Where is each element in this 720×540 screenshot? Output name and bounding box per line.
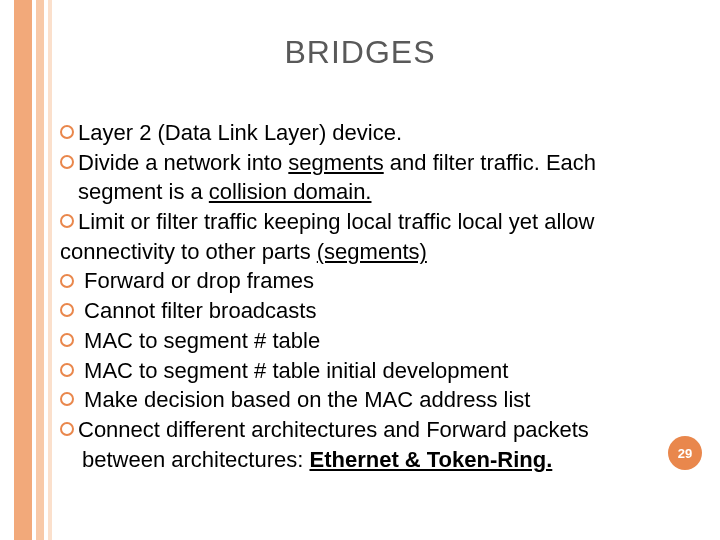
text: between architectures: [82,447,309,472]
text: Divide [78,150,139,175]
bullet-icon [60,214,74,228]
text-underline: collision domain. [209,179,372,204]
bullet-icon [60,155,74,169]
bullet-line-1: Layer 2 (Data Link Layer) device. [60,118,684,148]
text: or filter traffic keeping local traffic … [124,209,594,234]
bullet-line-7: MAC to segment # table initial developme… [60,356,684,386]
text: MAC to segment # table [78,328,320,353]
bullet-line-8: Make decision based on the MAC address l… [60,385,684,415]
text-underline: (segments) [317,239,427,264]
bullet-icon [60,333,74,347]
bullet-line-9: Connect different architectures and Forw… [60,415,684,445]
bullet-line-2: Divide a network into segments and filte… [60,148,684,178]
text: segment is a [78,179,209,204]
text-underline: segments [288,150,383,175]
text-bold-underline: Ethernet & Token-Ring. [309,447,552,472]
bullet-line-4: Forward or drop frames [60,266,684,296]
text: Cannot filter broadcasts [78,298,316,323]
wrap-line: between architectures: Ethernet & Token-… [82,445,684,475]
slide-title: BRIDGES [0,34,720,71]
text: Forward or drop frames [78,268,314,293]
bullet-line-3: Limit or filter traffic keeping local tr… [60,207,684,237]
text: MAC to segment # table initial developme… [78,358,508,383]
bullet-line-5: Cannot filter broadcasts [60,296,684,326]
text: and filter traffic. Each [384,150,596,175]
accent-bar-2 [36,0,44,540]
bullet-icon [60,303,74,317]
bullet-icon [60,422,74,436]
page-number-badge: 29 [668,436,702,470]
wrap-line: segment is a collision domain. [78,177,684,207]
text: Limit [78,209,124,234]
accent-bar-3 [48,0,52,540]
text: a network into [139,150,288,175]
slide: BRIDGES Layer 2 (Data Link Layer) device… [0,0,720,540]
text: Connect [78,417,160,442]
bullet-icon [60,125,74,139]
bullet-icon [60,392,74,406]
accent-bar-1 [14,0,32,540]
bullet-icon [60,363,74,377]
bullet-icon [60,274,74,288]
text: connectivity to other parts [60,239,317,264]
text: Make decision based on the MAC address l… [78,387,530,412]
text: 2 (Data Link Layer) device. [133,120,402,145]
wrap-line: connectivity to other parts (segments) [60,237,684,267]
text: Layer [78,120,133,145]
bullet-line-6: MAC to segment # table [60,326,684,356]
slide-body: Layer 2 (Data Link Layer) device. Divide… [60,118,684,474]
text: different architectures and Forward pack… [160,417,589,442]
